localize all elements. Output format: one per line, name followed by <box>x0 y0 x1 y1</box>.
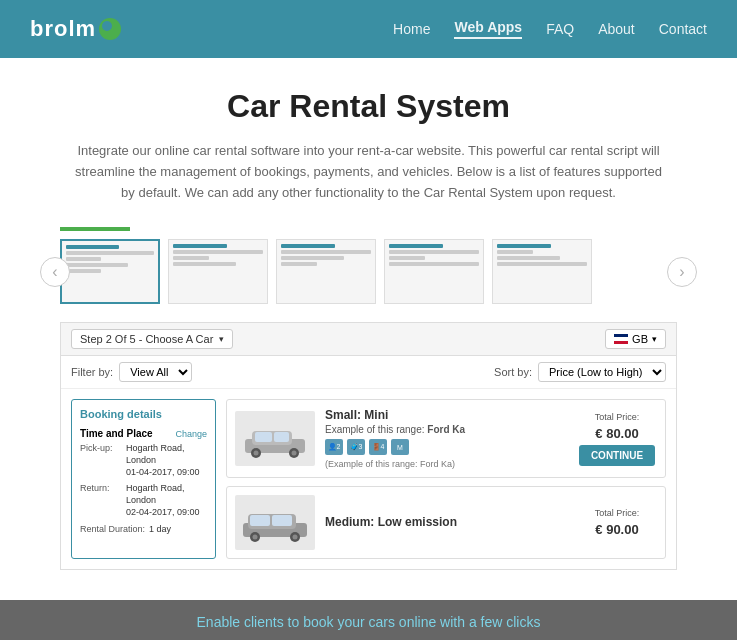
bottom-text-before: Enable clients to book your cars <box>197 614 399 630</box>
car-image-2 <box>235 495 315 550</box>
nav-about[interactable]: About <box>598 21 635 37</box>
app-preview: Step 2 Of 5 - Choose A Car ▾ GB ▾ Filter… <box>60 322 677 570</box>
logo-text: brolm <box>30 16 96 42</box>
logo: brolm <box>30 16 121 42</box>
svg-rect-2 <box>255 432 272 442</box>
page-description: Integrate our online car rental software… <box>69 141 669 203</box>
preview-header: Step 2 Of 5 - Choose A Car ▾ GB ▾ <box>61 323 676 356</box>
pickup-value: Hogarth Road, London01-04-2017, 09:00 <box>126 443 207 478</box>
return-label: Return: <box>80 483 122 518</box>
page-title: Car Rental System <box>60 88 677 125</box>
icon-doors: 🚪4 <box>369 439 387 455</box>
car-price-action-2: Total Price: € 90.00 <box>577 508 657 537</box>
duration-value: 1 day <box>149 524 171 536</box>
return-row: Return: Hogarth Road, London02-04-2017, … <box>80 483 207 518</box>
bottom-text-after: with a few clicks <box>436 614 540 630</box>
price-value-1: € 80.00 <box>595 426 638 441</box>
filter-bar: Filter by: View All Sort by: Price (Low … <box>61 356 676 389</box>
nav-faq[interactable]: FAQ <box>546 21 574 37</box>
bottom-bar: Enable clients to book your cars online … <box>0 600 737 640</box>
preview-body: Booking details Time and Place Change Pi… <box>61 389 676 569</box>
duration-label: Rental Duration: <box>80 524 145 536</box>
thumbnails-section: ‹ <box>60 227 677 304</box>
main-content: Car Rental System Integrate our online c… <box>0 58 737 600</box>
dropdown-arrow-icon: ▾ <box>219 334 224 344</box>
booking-title: Booking details <box>80 408 207 420</box>
svg-rect-10 <box>250 515 270 526</box>
continue-button-1[interactable]: CONTINUE <box>579 445 655 466</box>
price-value-2: € 90.00 <box>595 522 638 537</box>
sort-right: Sort by: Price (Low to High) <box>494 362 666 382</box>
booking-sidebar: Booking details Time and Place Change Pi… <box>71 399 216 559</box>
return-value: Hogarth Road, London02-04-2017, 09:00 <box>126 483 207 518</box>
lang-arrow-icon: ▾ <box>652 334 657 344</box>
lang-label: GB <box>632 333 648 345</box>
car-price-action-1: Total Price: € 80.00 CONTINUE <box>577 412 657 466</box>
sort-select[interactable]: Price (Low to High) <box>538 362 666 382</box>
change-link[interactable]: Change <box>175 429 207 439</box>
icon-persons: 👤2 <box>325 439 343 455</box>
carousel-prev[interactable]: ‹ <box>40 257 70 287</box>
thumb-5[interactable] <box>492 239 592 304</box>
car-info-1: Small: Mini Example of this range: Ford … <box>325 408 567 469</box>
car-card-2: Medium: Low emission Total Price: € 90.0… <box>226 486 666 559</box>
svg-rect-3 <box>274 432 289 442</box>
nav-home[interactable]: Home <box>393 21 430 37</box>
thumb-3[interactable] <box>276 239 376 304</box>
car-example-note-1: (Example of this range: Ford Ka) <box>325 459 567 469</box>
car-image-1 <box>235 411 315 466</box>
svg-point-13 <box>253 534 258 539</box>
icon-transmission: M <box>391 439 409 455</box>
carousel-next[interactable]: › <box>667 257 697 287</box>
nav-contact[interactable]: Contact <box>659 21 707 37</box>
car-svg-2 <box>240 503 310 543</box>
lang-selector[interactable]: GB ▾ <box>605 329 666 349</box>
pickup-label: Pick-up: <box>80 443 122 478</box>
sort-label: Sort by: <box>494 366 532 378</box>
thumb-2[interactable] <box>168 239 268 304</box>
price-label-2: Total Price: <box>595 508 640 518</box>
nav-webapps[interactable]: Web Apps <box>454 19 522 39</box>
carousel: ‹ <box>60 239 677 304</box>
filter-label: Filter by: <box>71 366 113 378</box>
filter-left: Filter by: View All <box>71 362 192 382</box>
car-name-1: Small: Mini <box>325 408 567 422</box>
booking-section-label: Time and Place <box>80 428 153 439</box>
car-svg-1 <box>240 419 310 459</box>
pickup-row: Pick-up: Hogarth Road, London01-04-2017,… <box>80 443 207 478</box>
flag-icon <box>614 334 628 344</box>
price-label-1: Total Price: <box>595 412 640 422</box>
booking-section-header: Time and Place Change <box>80 428 207 439</box>
logo-icon <box>99 18 121 40</box>
bottom-highlight: online <box>399 614 436 630</box>
step-dropdown[interactable]: Step 2 Of 5 - Choose A Car ▾ <box>71 329 233 349</box>
thumb-1[interactable] <box>60 239 160 304</box>
svg-point-5 <box>254 450 259 455</box>
svg-rect-11 <box>272 515 292 526</box>
step-label: Step 2 Of 5 - Choose A Car <box>80 333 213 345</box>
car-info-2: Medium: Low emission <box>325 515 567 531</box>
thumb-4[interactable] <box>384 239 484 304</box>
car-icons-1: 👤2 🧳3 🚪4 M <box>325 439 567 455</box>
duration-row: Rental Duration: 1 day <box>80 524 207 536</box>
svg-point-15 <box>293 534 298 539</box>
svg-point-7 <box>292 450 297 455</box>
filter-select[interactable]: View All <box>119 362 192 382</box>
car-name-2: Medium: Low emission <box>325 515 567 529</box>
thumbnail-list <box>60 239 592 304</box>
active-indicator <box>60 227 130 231</box>
car-example-1: Example of this range: Ford Ka <box>325 424 567 435</box>
main-nav: Home Web Apps FAQ About Contact <box>393 19 707 39</box>
header: brolm Home Web Apps FAQ About Contact <box>0 0 737 58</box>
car-listings: Small: Mini Example of this range: Ford … <box>226 399 666 559</box>
icon-bags: 🧳3 <box>347 439 365 455</box>
car-card-1: Small: Mini Example of this range: Ford … <box>226 399 666 478</box>
